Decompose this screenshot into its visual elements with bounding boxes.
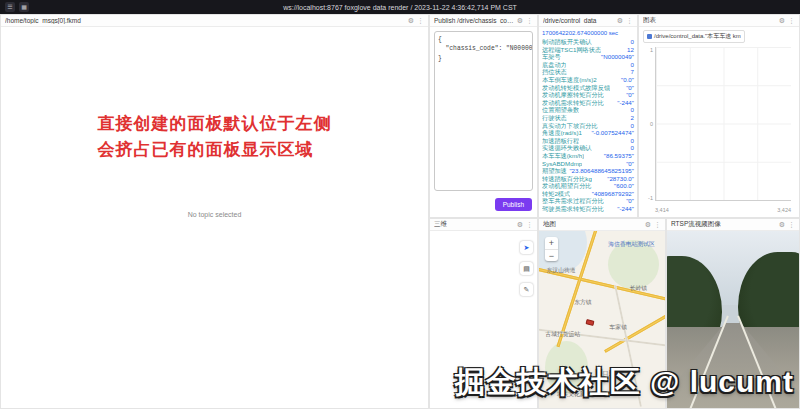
- raw-row-label: 真实动力下坡百分比: [542, 122, 598, 130]
- raw-row: 驾驶员需求转矩百分比"-244": [542, 205, 634, 213]
- chart-panel: 图表 ⚙ ⋮ /drive/control_data."本车车速 km 10-1…: [638, 14, 800, 218]
- raw-messages-body[interactable]: 1700642202.674000000 sec 制动踏板开关确认0远程端TSC…: [539, 27, 637, 217]
- raw-row-label: 本车车速(km/h): [542, 152, 584, 160]
- raw-panel-header: /drive/control_data ⚙ ⋮: [539, 15, 637, 27]
- raw-row-value: "40896879292": [592, 190, 634, 198]
- raw-row-value: "0": [626, 160, 634, 168]
- app-window: ☰ ▦ ws://localhost:8767 foxglove data re…: [0, 0, 800, 409]
- raw-row: 位置期望条数0: [542, 106, 634, 114]
- raw-row-label: SysABDMdmp: [542, 160, 582, 168]
- publish-panel-title: Publish /drive/chassis_code: [434, 17, 514, 24]
- gear-icon[interactable]: ⚙: [517, 221, 523, 228]
- raw-row-label: 发动机摩擦转矩百分比: [542, 91, 604, 99]
- annotation-line-1: 直接创建的面板默认位于左侧: [98, 111, 332, 137]
- gear-icon[interactable]: ⚙: [617, 17, 623, 24]
- raw-row-label: 角速度(rad/s)1: [542, 129, 582, 137]
- raw-row: 底盘动力0: [542, 61, 634, 69]
- raw-row-label: 期望加速度Amps: [542, 167, 567, 175]
- gear-icon[interactable]: ⚙: [517, 17, 523, 24]
- y-tick-label: 1: [650, 47, 653, 53]
- app-menu-icon[interactable]: ☰: [5, 2, 15, 12]
- zoom-out-button[interactable]: −: [545, 249, 558, 261]
- raw-messages-panel: /drive/control_data ⚙ ⋮ 1700642202.67400…: [538, 14, 638, 218]
- more-icon[interactable]: ⋮: [526, 221, 533, 228]
- publish-json-editor[interactable]: { "chassis_code": "N0000049" }: [434, 31, 533, 191]
- raw-row-label: 驾驶员需求转矩百分比: [542, 205, 604, 213]
- raw-row-value: "23.806488645825195": [569, 167, 634, 175]
- raw-row-value: 0: [631, 38, 634, 46]
- map-place-label: 海信香电站测试区: [608, 240, 654, 249]
- publish-button[interactable]: Publish: [495, 198, 532, 211]
- chart-legend-chip[interactable]: /drive/control_data."本车车速 km: [643, 30, 745, 43]
- map-place-label: 东方镇: [574, 298, 591, 307]
- map-zoom-control: + −: [545, 237, 558, 261]
- raw-row-value: "600.0": [614, 182, 634, 190]
- raw-row-value: 7: [631, 68, 634, 76]
- raw-row-label: 整车共需求过程百分比: [542, 197, 604, 205]
- more-icon[interactable]: ⋮: [526, 17, 533, 24]
- raw-row-label: 远程端TSC1网络状态: [542, 46, 601, 54]
- gear-icon[interactable]: ⚙: [408, 17, 414, 24]
- raw-row: 发动机期望百分比"600.0": [542, 182, 634, 190]
- raw-row-value: "N0000049": [601, 53, 634, 61]
- connection-title[interactable]: ws://localhost:8767 foxglove data render…: [283, 4, 517, 11]
- raw-row-label: 转速踏板百分比kg: [542, 175, 592, 183]
- raw-row-value: 12: [627, 46, 634, 54]
- more-icon[interactable]: ⋮: [654, 221, 661, 228]
- map-place-label: 古城打货运站: [545, 330, 580, 339]
- more-icon[interactable]: ⋮: [788, 221, 795, 228]
- raw-row-label: 发动机期望百分比: [542, 182, 592, 190]
- raw-row-value: "0.0": [621, 76, 634, 84]
- chart-plot-area[interactable]: [655, 47, 791, 201]
- raw-row: 期望加速度Amps"23.806488645825195": [542, 167, 634, 175]
- three-d-panel-title: 三维: [434, 220, 514, 229]
- video-panel-title: RTSP流视频图像: [671, 220, 776, 229]
- raw-row-label: 车架号: [542, 53, 561, 61]
- raw-row-value: "-0.007524474": [591, 129, 634, 137]
- top-bar-icons: ☰ ▦: [5, 2, 29, 12]
- receive-timestamp: 1700642202.674000000 sec: [542, 30, 634, 36]
- raw-row: 制动踏板开关确认0: [542, 38, 634, 46]
- raw-row-label: 制动踏板开关确认: [542, 38, 592, 46]
- measure-pencil-icon[interactable]: ✎: [520, 283, 533, 296]
- more-icon[interactable]: ⋮: [626, 17, 633, 24]
- layers-icon[interactable]: ▤: [520, 262, 533, 275]
- raw-row-value: "0": [626, 84, 634, 92]
- gear-icon[interactable]: ⚙: [779, 221, 785, 228]
- annotation-note-text: 直接创建的面板默认位于左侧 会挤占已有的面板显示区域: [98, 111, 332, 162]
- raw-row: 整车共需求过程百分比"0": [542, 197, 634, 205]
- gear-icon[interactable]: ⚙: [779, 17, 785, 24]
- raw-row: 挡位状态7: [542, 68, 634, 76]
- chart-panel-title: 图表: [643, 16, 776, 25]
- raw-row-value: 0: [631, 106, 634, 114]
- raw-row-label: 发动机需求转矩百分比: [542, 99, 604, 107]
- topic-path-text[interactable]: /home/topic_msgs[0].fkmd: [5, 17, 405, 24]
- map-place-label: 长岭镇: [630, 284, 647, 293]
- raw-row: 本车车速(km/h)"86.59375": [542, 152, 634, 160]
- publish-panel-header: Publish /drive/chassis_code ⚙ ⋮: [430, 15, 537, 27]
- select-cursor-icon[interactable]: ➤: [520, 241, 533, 254]
- chart-y-ticks: 10-1: [641, 47, 653, 201]
- raw-row-value: "-244": [617, 99, 634, 107]
- raw-row-label: 底盘动力: [542, 61, 567, 69]
- raw-row-value: "0": [626, 91, 634, 99]
- y-tick-label: -1: [648, 195, 653, 201]
- vehicle-position-marker: [585, 319, 594, 326]
- annotation-line-2: 会挤占已有的面板显示区域: [98, 137, 332, 163]
- gear-icon[interactable]: ⚙: [645, 221, 651, 228]
- raw-row: 发动机摩擦转矩百分比"0": [542, 91, 634, 99]
- layout-grid-icon[interactable]: ▦: [19, 2, 29, 12]
- more-icon[interactable]: ⋮: [788, 17, 795, 24]
- zoom-in-button[interactable]: +: [545, 237, 558, 249]
- raw-row: 发动机转矩模式故障反馈"0": [542, 84, 634, 92]
- raw-row-label: 本车倒车速度(m/s)2: [542, 76, 597, 84]
- more-icon[interactable]: ⋮: [417, 17, 424, 24]
- raw-row-label: 挡位状态: [542, 68, 567, 76]
- top-bar: ☰ ▦ ws://localhost:8767 foxglove data re…: [0, 0, 800, 14]
- raw-panel-title[interactable]: /drive/control_data: [543, 17, 614, 24]
- raw-row: 发动机需求转矩百分比"-244": [542, 99, 634, 107]
- raw-row-label: 发动机转矩模式故障反馈: [542, 84, 610, 92]
- raw-row-value: 0: [631, 122, 634, 130]
- raw-row: 加速踏板行程0: [542, 137, 634, 145]
- three-d-toolbar: ➤ ▤ ✎: [520, 241, 533, 296]
